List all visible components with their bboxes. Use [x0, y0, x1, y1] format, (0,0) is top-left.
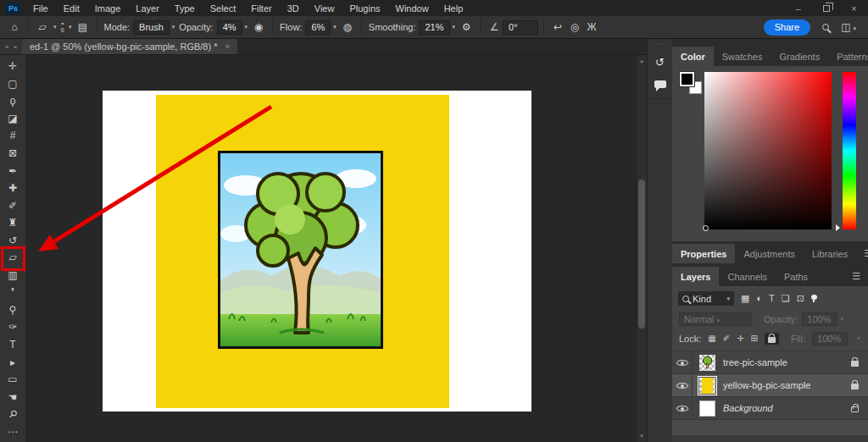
- chevron-down-icon[interactable]: ▾: [172, 24, 175, 30]
- spot-healing-brush-tool[interactable]: ✚: [0, 180, 25, 197]
- scroll-down-icon[interactable]: ▾: [637, 433, 647, 439]
- pen-tool[interactable]: ✑: [0, 318, 25, 336]
- tab-adjustments[interactable]: Adjustments: [735, 244, 804, 263]
- lock-artboard-icon[interactable]: ⊞: [751, 334, 758, 343]
- hand-tool[interactable]: ☚: [0, 388, 25, 406]
- chevron-down-icon[interactable]: ▾: [53, 24, 57, 30]
- layer-lock-badge[interactable]: [851, 357, 859, 368]
- tab-layers[interactable]: Layers: [672, 267, 719, 286]
- layer-opacity-field[interactable]: 100%: [802, 312, 837, 326]
- smoothing-field[interactable]: 21%: [419, 20, 449, 35]
- frame-tool[interactable]: ⊠: [0, 145, 25, 163]
- panel-menu-icon[interactable]: ☰: [844, 267, 868, 286]
- menu-layer[interactable]: Layer: [128, 3, 167, 14]
- filter-shape-layers-icon[interactable]: ❏: [782, 294, 790, 303]
- menu-window[interactable]: Window: [388, 3, 437, 14]
- panel-menu-icon[interactable]: ☰: [856, 244, 868, 263]
- minimize-button[interactable]: –: [784, 0, 812, 16]
- double-chevron-icon[interactable]: »: [5, 43, 8, 51]
- move-tool[interactable]: ✛: [0, 58, 25, 75]
- chevron-down-icon[interactable]: ▾: [245, 24, 248, 30]
- workspace-switcher[interactable]: ◫▾: [841, 22, 859, 32]
- layer-lock-badge[interactable]: [851, 380, 859, 391]
- tab-close-icon[interactable]: ×: [225, 42, 229, 51]
- document-artboard[interactable]: [103, 91, 531, 412]
- layer-row-yellow-bg-pic-sample[interactable]: yellow-bg-pic-sample: [672, 374, 868, 397]
- chevron-down-icon[interactable]: ▾: [69, 24, 72, 30]
- menu-type[interactable]: Type: [167, 3, 203, 14]
- layer-name[interactable]: Background: [723, 403, 851, 413]
- gradient-tool[interactable]: ▥: [0, 267, 25, 285]
- layer-filter-kind-select[interactable]: Kind ▾: [678, 291, 734, 306]
- filter-type-layers-icon[interactable]: T: [769, 294, 775, 303]
- paint-symmetry-icon[interactable]: Ж: [583, 22, 600, 32]
- erase-to-history-icon[interactable]: ↩: [549, 22, 566, 32]
- layer-filter-toggle[interactable]: [811, 295, 817, 302]
- search-icon[interactable]: [822, 24, 829, 30]
- layer-row-background[interactable]: Background: [672, 397, 868, 420]
- pressure-size-icon[interactable]: ◎: [566, 22, 583, 32]
- menu-file[interactable]: File: [25, 3, 56, 14]
- scrollbar-thumb[interactable]: [638, 180, 645, 329]
- clone-stamp-tool[interactable]: ♜: [0, 214, 25, 232]
- path-selection-tool[interactable]: ▸: [0, 353, 25, 371]
- color-picker-handle[interactable]: [703, 225, 709, 231]
- tab-libraries[interactable]: Libraries: [804, 244, 856, 263]
- filter-smart-objects-icon[interactable]: ⊡: [797, 294, 804, 303]
- share-button[interactable]: Share: [764, 19, 810, 36]
- eraser-preset-icon[interactable]: ▱: [34, 22, 51, 32]
- close-icon[interactable]: ×: [14, 43, 18, 51]
- tab-gradients[interactable]: Gradients: [771, 47, 828, 66]
- hue-strip[interactable]: [843, 72, 856, 229]
- lock-transparency-icon[interactable]: ▦: [708, 334, 715, 343]
- brush-tool[interactable]: ✐: [0, 196, 25, 214]
- layer-name[interactable]: yellow-bg-pic-sample: [723, 380, 851, 390]
- zoom-tool[interactable]: ⚲: [7, 408, 19, 421]
- smoothing-options-gear-icon[interactable]: ⚙: [458, 22, 475, 32]
- yellow-background-layer[interactable]: [156, 95, 449, 408]
- type-tool[interactable]: T: [0, 336, 25, 354]
- lasso-tool[interactable]: ϙ: [0, 92, 25, 110]
- tab-properties[interactable]: Properties: [672, 244, 735, 263]
- filter-adjustment-layers-icon[interactable]: ◐: [756, 294, 762, 303]
- chevron-down-icon[interactable]: ▾: [453, 24, 456, 30]
- tab-patterns[interactable]: Patterns: [828, 47, 868, 66]
- menu-select[interactable]: Select: [203, 3, 244, 14]
- tab-paths[interactable]: Paths: [776, 267, 816, 286]
- lock-pixels-icon[interactable]: ✐: [723, 334, 730, 343]
- brush-settings-panel-toggle-icon[interactable]: ▤: [74, 22, 91, 32]
- scroll-up-icon[interactable]: ▴: [637, 58, 647, 64]
- canvas-vertical-scrollbar[interactable]: ▴ ▾: [636, 55, 647, 442]
- document-tab[interactable]: ed-1 @ 50% (yellow-bg-pic-sample, RGB/8)…: [22, 39, 237, 54]
- layer-row-tree-pic-sample[interactable]: tree-pic-sample: [672, 351, 868, 374]
- lock-position-icon[interactable]: ✛: [737, 334, 743, 343]
- layer-name[interactable]: tree-pic-sample: [723, 357, 851, 367]
- history-panel-icon[interactable]: ↺: [655, 56, 665, 69]
- eraser-tool[interactable]: ▱: [0, 249, 25, 267]
- history-brush-tool[interactable]: ↺: [0, 231, 25, 249]
- object-selection-tool[interactable]: ◪: [0, 110, 25, 128]
- layer-thumbnail[interactable]: [699, 378, 715, 394]
- comments-panel-icon[interactable]: [654, 80, 666, 88]
- layer-thumbnail[interactable]: [699, 355, 715, 371]
- pressure-opacity-icon[interactable]: ◉: [250, 22, 267, 32]
- dodge-tool[interactable]: ⚲: [0, 301, 25, 319]
- fill-field[interactable]: 100%: [812, 332, 848, 345]
- mode-select[interactable]: Brush: [133, 20, 170, 35]
- visibility-cell[interactable]: [672, 374, 693, 396]
- visibility-cell[interactable]: [672, 397, 693, 419]
- hue-slider-handle[interactable]: [836, 224, 840, 231]
- menu-filter[interactable]: Filter: [243, 3, 279, 14]
- tab-color[interactable]: Color: [672, 47, 714, 66]
- menu-edit[interactable]: Edit: [56, 3, 87, 14]
- layer-lock-badge[interactable]: [851, 403, 859, 414]
- airbrush-icon[interactable]: ◍: [339, 22, 356, 32]
- opacity-field[interactable]: 4%: [217, 20, 242, 35]
- visibility-cell[interactable]: [672, 351, 693, 373]
- menu-plugins[interactable]: Plugins: [342, 3, 387, 14]
- tab-channels[interactable]: Channels: [719, 267, 775, 286]
- menu-3d[interactable]: 3D: [280, 3, 307, 14]
- lock-all-toggle[interactable]: [765, 333, 779, 345]
- filter-pixel-layers-icon[interactable]: ▦: [741, 294, 749, 303]
- chevron-down-icon[interactable]: ▾: [333, 24, 337, 30]
